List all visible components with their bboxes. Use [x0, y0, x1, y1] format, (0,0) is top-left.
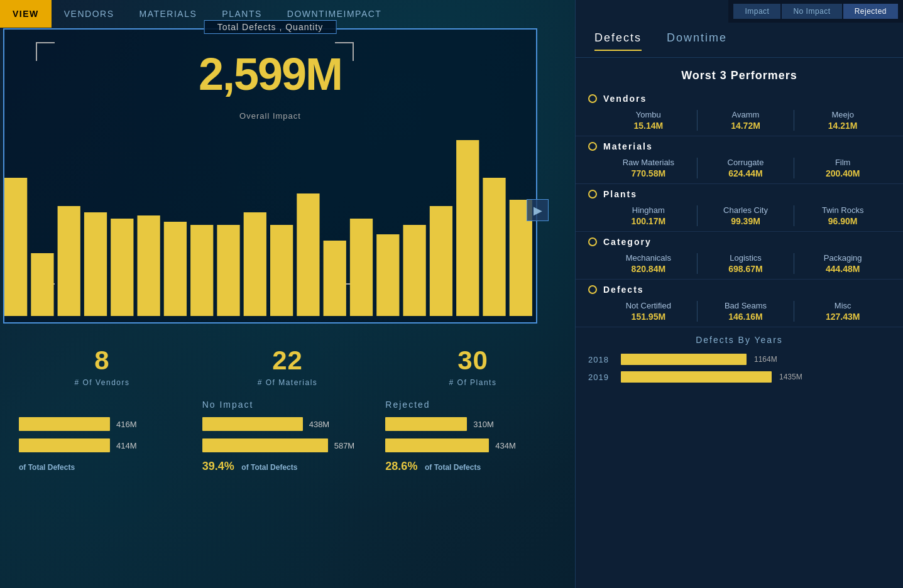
category-section: Category Mechanicals 820.84M Logistics 6…: [576, 232, 903, 280]
materials-section: Materials Raw Materials 770.58M Corrugat…: [576, 136, 903, 184]
category-performer-row: Mechanicals 820.84M Logistics 698.67M Pa…: [588, 252, 890, 275]
impact-percent: of Total Defects: [19, 460, 190, 473]
material-3-value: 200.40M: [797, 168, 888, 178]
vendors-performer-row: Yombu 15.14M Avamm 14.72M Meejo 14.21M: [588, 109, 890, 132]
no-impact-bar-2: 587M: [202, 438, 373, 452]
impact-bar-2: 414M: [19, 438, 190, 452]
rejected-button[interactable]: Rejected: [843, 4, 898, 19]
material-1-name: Raw Materials: [603, 158, 694, 167]
years-section: Defects By Years 2018 1164M 2019 1435M: [576, 327, 903, 396]
svg-rect-10: [270, 225, 293, 316]
plants-label: # Of Plants: [390, 378, 556, 387]
svg-rect-15: [403, 225, 426, 316]
impact-percent-label: of Total Defects: [19, 463, 75, 472]
nav-tabs: View Vendors Materials Plants DowntimeIm…: [0, 0, 394, 28]
plant-3: Twin Rocks 96.90M: [797, 205, 888, 226]
material-2-name: Corrugate: [701, 158, 791, 167]
no-impact-bar-fill-1: [202, 417, 303, 431]
vendor-3: Meejo 14.21M: [797, 110, 888, 131]
category-1-name: Mechanicals: [603, 253, 694, 263]
svg-rect-8: [217, 225, 239, 316]
plant-2-name: Charles City: [701, 205, 791, 215]
plants-performer-row: Hingham 100.17M Charles City 99.39M Twin…: [588, 204, 890, 227]
impact-bar-1: 416M: [19, 417, 190, 431]
plant-2-value: 99.39M: [701, 216, 791, 226]
defects-section: Defects Not Certified 151.95M Bad Seams …: [576, 280, 903, 327]
right-tab-defects[interactable]: Defects: [594, 31, 642, 51]
defects-section-title: Defects: [603, 285, 644, 295]
vendors-count: 8: [19, 346, 185, 376]
defect-2-name: Bad Seams: [701, 301, 791, 310]
no-impact-percent: 39.4% of Total Defects: [202, 460, 373, 473]
defect-1-name: Not Certified: [603, 301, 694, 310]
no-impact-title: No Impact: [202, 400, 373, 410]
year-2019-bar: [621, 371, 772, 383]
no-impact-button[interactable]: No Impact: [782, 4, 841, 19]
top-bar: Impact No Impact Rejected: [728, 0, 903, 23]
vendor-2: Avamm 14.72M: [701, 110, 791, 131]
sep10: [794, 301, 794, 322]
year-2018-bar: [621, 354, 747, 365]
material-3: Film 200.40M: [797, 158, 888, 178]
sep8: [794, 253, 794, 274]
material-2: Corrugate 624.44M: [701, 158, 791, 178]
nav-tab-view[interactable]: View: [0, 0, 52, 28]
category-2: Logistics 698.67M: [701, 253, 791, 274]
defect-3-value: 127.43M: [797, 312, 888, 322]
left-panel: View Vendors Materials Plants DowntimeIm…: [0, 0, 575, 588]
plants-header: Plants: [588, 189, 890, 199]
impact-button[interactable]: Impact: [733, 4, 780, 19]
sep1: [697, 110, 698, 131]
vendors-section: Vendors Yombu 15.14M Avamm 14.72M Meejo …: [576, 89, 903, 136]
right-panel: Defects Downtime Worst 3 Performers Vend…: [575, 0, 903, 588]
svg-rect-12: [324, 241, 346, 316]
sep6: [794, 205, 794, 226]
year-2018: 2018 1164M: [588, 354, 890, 365]
vendor-2-value: 14.72M: [701, 121, 791, 131]
category-section-title: Category: [603, 237, 652, 247]
impact-col: 416M 414M of Total Defects: [19, 400, 190, 473]
right-tab-downtime[interactable]: Downtime: [667, 31, 727, 51]
year-2018-value: 1164M: [754, 355, 777, 364]
sep9: [697, 301, 698, 322]
sep5: [697, 205, 698, 226]
category-header: Category: [588, 237, 890, 247]
nav-tab-downtime[interactable]: DowntimeImpact: [275, 0, 395, 28]
defects-dot: [588, 285, 597, 294]
next-arrow[interactable]: ▶: [527, 199, 549, 221]
category-dot: [588, 237, 597, 246]
no-impact-value-2: 587M: [334, 441, 355, 450]
impact-value-2: 414M: [116, 441, 137, 450]
svg-rect-2: [58, 206, 80, 316]
defects-header: Defects: [588, 285, 890, 295]
material-3-name: Film: [797, 158, 888, 167]
material-1: Raw Materials 770.58M: [603, 158, 694, 178]
rejected-bar-fill-2: [385, 438, 489, 452]
vendor-3-name: Meejo: [797, 110, 888, 119]
rejected-percent-value: 28.6%: [385, 460, 417, 472]
materials-count: 22: [204, 346, 371, 376]
plants-dot: [588, 190, 597, 199]
bracket-tr: [335, 42, 354, 61]
no-impact-value-1: 438M: [309, 420, 330, 429]
no-impact-percent-label: of Total Defects: [241, 463, 297, 472]
plant-3-value: 96.90M: [797, 216, 888, 226]
plant-1: Hingham 100.17M: [603, 205, 694, 226]
rejected-value-1: 310M: [473, 420, 494, 429]
rejected-bar-1: 310M: [385, 417, 556, 431]
nav-tab-vendors[interactable]: Vendors: [52, 0, 127, 28]
svg-rect-16: [430, 206, 452, 316]
year-2019-label: 2019: [588, 373, 613, 382]
bar-chart: [4, 128, 536, 316]
plant-2: Charles City 99.39M: [701, 205, 791, 226]
vendors-section-title: Vendors: [603, 94, 647, 104]
no-impact-bar-1: 438M: [202, 417, 373, 431]
vendors-label: # Of Vendors: [19, 378, 185, 387]
materials-performer-row: Raw Materials 770.58M Corrugate 624.44M …: [588, 156, 890, 180]
materials-label: # Of Materials: [204, 378, 371, 387]
svg-rect-0: [4, 178, 27, 316]
svg-rect-1: [31, 253, 53, 316]
nav-tab-materials[interactable]: Materials: [127, 0, 210, 28]
plant-3-name: Twin Rocks: [797, 205, 888, 215]
nav-tab-plants[interactable]: Plants: [209, 0, 274, 28]
